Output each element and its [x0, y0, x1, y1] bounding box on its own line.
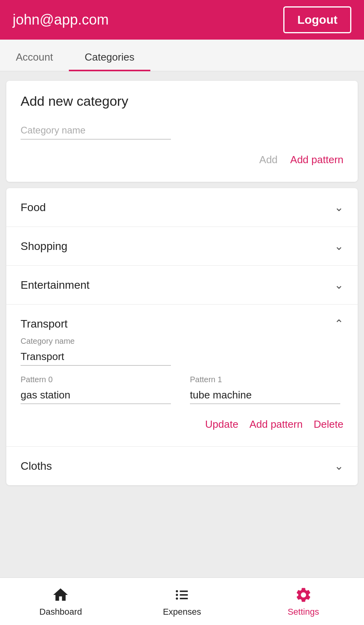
pattern-0-input[interactable] — [21, 387, 171, 404]
category-row-entertainment[interactable]: Entertainment ⌄ — [6, 266, 358, 305]
category-label-cloths: Cloths — [21, 460, 52, 473]
transport-name-label: Category name — [21, 337, 343, 346]
category-row-food[interactable]: Food ⌄ — [6, 188, 358, 227]
svg-rect-4 — [180, 594, 188, 596]
tab-bar: Account Categories — [0, 40, 364, 71]
chevron-down-icon-cloths: ⌄ — [334, 459, 343, 473]
app-header: john@app.com Logout — [0, 0, 364, 40]
add-button[interactable]: Add — [259, 151, 277, 169]
svg-rect-5 — [180, 598, 188, 599]
chevron-down-icon-food: ⌄ — [334, 201, 343, 214]
nav-label-settings: Settings — [288, 607, 319, 617]
main-content: Add new category Add Add pattern Food ⌄ … — [0, 71, 364, 577]
pattern-1-input[interactable] — [190, 387, 340, 404]
tab-account[interactable]: Account — [0, 51, 69, 71]
add-pattern-button[interactable]: Add pattern — [290, 151, 343, 169]
add-category-card: Add new category Add Add pattern — [6, 81, 358, 182]
category-label-entertainment: Entertainment — [21, 279, 89, 292]
add-category-title: Add new category — [21, 93, 343, 109]
svg-point-2 — [176, 597, 178, 600]
category-label-transport: Transport — [21, 318, 68, 330]
svg-point-0 — [176, 590, 178, 593]
add-category-actions: Add Add pattern — [21, 151, 343, 169]
home-icon — [52, 586, 69, 604]
category-row-transport: Transport ⌃ Category name Pattern 0 Patt… — [6, 305, 358, 447]
user-email: john@app.com — [13, 11, 109, 28]
pattern-0-label: Pattern 0 — [21, 375, 174, 384]
transport-actions: Update Add pattern Delete — [21, 415, 343, 434]
logout-button[interactable]: Logout — [283, 6, 351, 33]
svg-point-1 — [176, 594, 178, 596]
nav-label-expenses: Expenses — [163, 607, 201, 617]
list-icon — [173, 586, 191, 604]
chevron-up-icon-transport: ⌃ — [334, 317, 343, 330]
category-label-food: Food — [21, 201, 46, 214]
nav-expenses[interactable]: Expenses — [121, 578, 243, 625]
bottom-nav: Dashboard Expenses Settings — [0, 577, 364, 625]
gear-icon — [295, 586, 312, 604]
pattern-1-label: Pattern 1 — [190, 375, 343, 384]
category-row-cloths[interactable]: Cloths ⌄ — [6, 447, 358, 485]
nav-settings[interactable]: Settings — [243, 578, 364, 625]
pattern-0-group: Pattern 0 — [21, 375, 174, 404]
update-button[interactable]: Update — [205, 415, 239, 434]
category-transport-header[interactable]: Transport ⌃ — [6, 305, 358, 337]
nav-dashboard[interactable]: Dashboard — [0, 578, 121, 625]
transport-add-pattern-button[interactable]: Add pattern — [249, 415, 302, 434]
chevron-down-icon-entertainment: ⌄ — [334, 278, 343, 292]
tab-categories[interactable]: Categories — [69, 51, 150, 71]
pattern-1-group: Pattern 1 — [190, 375, 343, 404]
transport-name-input[interactable] — [21, 348, 171, 366]
svg-rect-3 — [180, 591, 188, 592]
category-row-shopping[interactable]: Shopping ⌄ — [6, 227, 358, 266]
transport-expanded-body: Category name Pattern 0 Pattern 1 Update — [6, 337, 358, 446]
category-name-input[interactable] — [21, 122, 171, 139]
patterns-row: Pattern 0 Pattern 1 — [21, 375, 343, 404]
category-label-shopping: Shopping — [21, 240, 67, 253]
transport-name-group: Category name — [21, 337, 343, 366]
delete-button[interactable]: Delete — [314, 415, 343, 434]
nav-label-dashboard: Dashboard — [40, 607, 82, 617]
chevron-down-icon-shopping: ⌄ — [334, 240, 343, 253]
category-list: Food ⌄ Shopping ⌄ Entertainment ⌄ Transp… — [6, 188, 358, 485]
